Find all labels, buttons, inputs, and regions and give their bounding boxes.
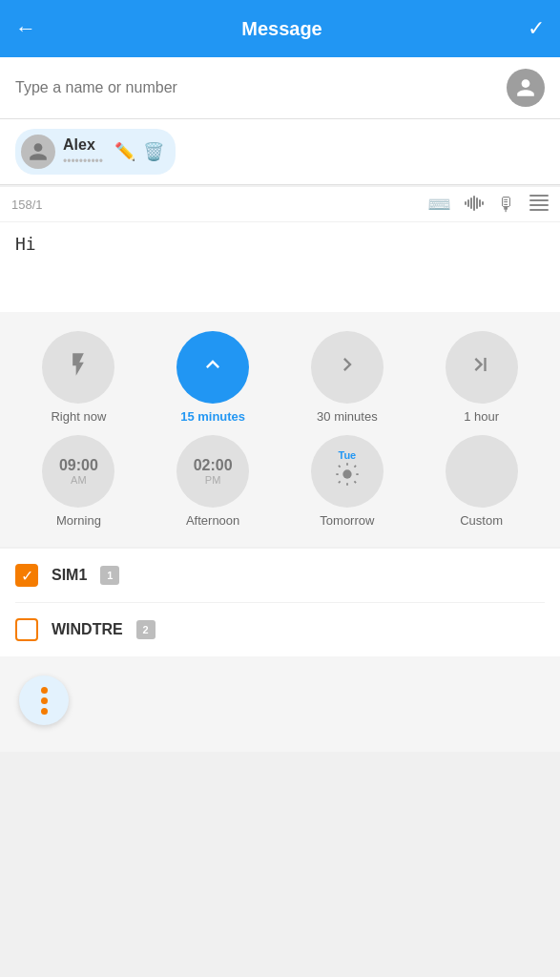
sim-badge-sim2: 2 [136, 620, 156, 639]
schedule-item-tomorrow[interactable]: TueTomorrow [311, 435, 384, 528]
checkbox-sim2[interactable] [15, 618, 38, 641]
schedule-circle-30-minutes [311, 331, 384, 404]
schedule-time-morning: 09:00AM [59, 457, 98, 486]
schedule-label-afternoon: Afternoon [186, 513, 239, 528]
schedule-circle-15-minutes [176, 331, 249, 404]
char-count: 158/1 [11, 197, 43, 212]
sim-row-sim1[interactable]: ✓SIM11 [15, 549, 545, 603]
schedule-item-1-hour[interactable]: 1 hour [446, 331, 518, 424]
keyboard-icon[interactable]: ⌨️ [427, 193, 451, 216]
sim-name-sim2: WINDTRE [52, 621, 123, 638]
schedule-item-right-now[interactable]: Right now [42, 331, 114, 424]
svg-rect-0 [465, 201, 467, 205]
svg-rect-7 [529, 195, 549, 197]
svg-rect-9 [529, 204, 549, 206]
schedule-section: Right now15 minutes30 minutes1 hour09:00… [0, 312, 560, 547]
schedule-label-tomorrow: Tomorrow [320, 513, 374, 528]
back-button[interactable]: ← [15, 16, 36, 41]
mic-icon[interactable]: 🎙 [497, 194, 516, 216]
more-options-fab[interactable] [19, 676, 69, 725]
recipient-area [0, 57, 560, 119]
schedule-label-30-minutes: 30 minutes [317, 409, 378, 424]
app-header: ← Message ✓ [0, 0, 560, 57]
schedule-circle-custom [446, 435, 518, 508]
page-title: Message [241, 18, 322, 40]
schedule-item-morning[interactable]: 09:00AMMorning [42, 435, 114, 528]
toolbar-icons: ⌨️ 🎙 [427, 193, 549, 216]
schedule-grid: Right now15 minutes30 minutes1 hour09:00… [15, 331, 545, 528]
schedule-item-afternoon[interactable]: 02:00PMAfternoon [176, 435, 249, 528]
svg-rect-6 [482, 201, 484, 205]
sim-badge-sim1: 1 [100, 566, 119, 585]
svg-rect-10 [529, 209, 549, 211]
schedule-circle-1-hour [446, 331, 518, 404]
contact-chip: Alex •••••••••• ✏️ 🗑️ [15, 129, 176, 175]
fab-dot-2 [41, 708, 48, 715]
edit-contact-button[interactable]: ✏️ [114, 141, 135, 162]
right-now-icon [65, 351, 92, 385]
delete-contact-button[interactable]: 🗑️ [143, 141, 164, 162]
svg-rect-3 [473, 196, 475, 211]
sim-name-sim1: SIM1 [52, 567, 87, 584]
list-icon[interactable] [529, 194, 549, 216]
schedule-label-15-minutes: 15 minutes [180, 409, 245, 424]
checkmark-icon: ✓ [21, 567, 33, 585]
contact-avatar [21, 135, 55, 169]
schedule-circle-morning: 09:00AM [42, 435, 114, 508]
schedule-label-morning: Morning [56, 513, 101, 528]
svg-rect-2 [470, 197, 472, 209]
sim-row-sim2[interactable]: WINDTRE2 [15, 603, 545, 656]
contacts-icon[interactable] [507, 69, 545, 107]
sun-icon [334, 461, 361, 493]
schedule-circle-afternoon: 02:00PM [176, 435, 249, 508]
svg-rect-1 [467, 199, 469, 207]
contact-number: •••••••••• [63, 155, 103, 168]
schedule-item-30-minutes[interactable]: 30 minutes [311, 331, 384, 424]
schedule-item-15-minutes[interactable]: 15 minutes [176, 331, 249, 424]
contact-info: Alex •••••••••• [63, 136, 103, 168]
svg-point-11 [342, 469, 351, 478]
schedule-label-custom: Custom [460, 513, 503, 528]
schedule-item-custom[interactable]: Custom [446, 435, 518, 528]
30-minutes-icon [334, 351, 361, 385]
svg-rect-4 [476, 197, 478, 209]
compose-area: 158/1 ⌨️ 🎙 [0, 187, 560, 312]
chip-actions: ✏️ 🗑️ [114, 141, 164, 162]
fab-area [0, 656, 560, 752]
fab-dot-1 [41, 697, 48, 704]
schedule-circle-tomorrow: Tue [311, 435, 384, 508]
recipient-input[interactable] [15, 79, 495, 96]
contact-chip-area: Alex •••••••••• ✏️ 🗑️ [0, 119, 560, 185]
1-hour-icon [468, 351, 495, 385]
checkbox-sim1[interactable]: ✓ [15, 564, 38, 587]
message-input[interactable]: Hi [0, 222, 560, 308]
svg-rect-5 [479, 199, 481, 207]
sim-section: ✓SIM11WINDTRE2 [0, 549, 560, 656]
svg-rect-8 [529, 199, 549, 201]
waveform-icon[interactable] [465, 194, 484, 216]
fab-dot-0 [41, 687, 48, 694]
schedule-circle-right-now [42, 331, 114, 404]
compose-toolbar: 158/1 ⌨️ 🎙 [0, 187, 560, 222]
schedule-label-right-now: Right now [51, 409, 106, 424]
contact-name: Alex [63, 136, 103, 154]
schedule-time-afternoon: 02:00PM [194, 457, 233, 486]
schedule-label-1-hour: 1 hour [464, 409, 499, 424]
tomorrow-inner: Tue [334, 449, 361, 493]
15-minutes-icon [199, 351, 226, 385]
confirm-button[interactable]: ✓ [528, 16, 545, 41]
